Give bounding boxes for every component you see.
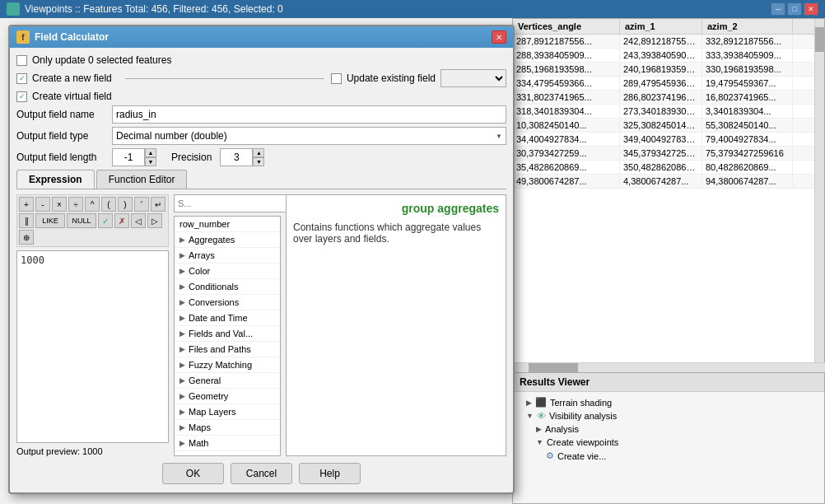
btn-open-paren[interactable]: ( [101, 197, 116, 212]
func-item-fuzzy[interactable]: ▶ Fuzzy Matching [175, 357, 280, 373]
tree-item-visibility[interactable]: ▼ 👁 Visibility analysis [520, 409, 818, 422]
btn-close-paren[interactable]: ) [118, 197, 133, 212]
cell-a2: 55,3082450140... [702, 119, 793, 132]
func-item-maps[interactable]: ▶ Maps [175, 420, 280, 436]
divider [125, 78, 324, 79]
func-item-maplayers[interactable]: ▶ Map Layers [175, 404, 280, 420]
spin-down-btn[interactable]: ▼ [145, 157, 156, 166]
btn-plus[interactable]: + [19, 197, 34, 212]
precision-spin-down[interactable]: ▼ [253, 157, 264, 166]
search-input[interactable] [174, 194, 296, 212]
btn-like[interactable]: LIKE [35, 213, 65, 228]
tree-item-analysis[interactable]: ▶ Analysis [520, 422, 818, 436]
btn-divide[interactable]: ÷ [68, 197, 83, 212]
dialog-buttons: OK Cancel Help [16, 463, 506, 484]
output-field-name-input[interactable] [112, 105, 506, 124]
cell-va: 287,8912187556... [513, 35, 620, 48]
func-item-row-number[interactable]: row_number [175, 217, 280, 232]
content-area: + - × ÷ ^ ( ) ' ↵ ‖ LIKE NULL ✓ ✗ ◁ ▷ ⊕ [16, 194, 506, 456]
table-row: 331,8023741965... 286,8023741965... 16,8… [513, 91, 824, 105]
btn-true[interactable]: ✓ [98, 213, 113, 228]
tab-bar: Expression Function Editor [16, 170, 506, 189]
func-item-general[interactable]: ▶ General [175, 373, 280, 389]
attr-scrollbar[interactable] [814, 19, 824, 380]
cancel-button[interactable]: Cancel [231, 463, 292, 484]
spin-up-btn[interactable]: ▲ [145, 148, 156, 157]
cell-a1: 286,8023741965... [620, 91, 702, 104]
precision-spin-up[interactable]: ▲ [253, 148, 264, 157]
expand-arrow-icon: ▶ [179, 282, 185, 291]
precision-input[interactable] [220, 148, 253, 166]
field-length-input[interactable] [112, 148, 145, 166]
function-panel: Show Help row_number ▶ Aggregates ▶ Arra… [174, 194, 281, 456]
btn-false[interactable]: ✗ [114, 213, 129, 228]
results-panel: Results Viewer ▶ ⬛ Terrain shading ▼ 👁 V… [512, 372, 825, 504]
output-field-type-select[interactable]: Decimal number (double) ▼ [112, 127, 506, 145]
only-update-checkbox[interactable] [16, 55, 27, 66]
func-item-aggregates[interactable]: ▶ Aggregates [175, 232, 280, 248]
btn-concat[interactable]: ‖ [19, 213, 34, 228]
update-existing-checkbox[interactable] [331, 73, 342, 84]
func-label: Geometry [189, 391, 228, 401]
btn-newline[interactable]: ↵ [151, 197, 165, 212]
tree-label-visibility: Visibility analysis [549, 411, 617, 421]
description-area: group aggregates Contains functions whic… [286, 194, 506, 456]
btn-extra[interactable]: ⊕ [19, 230, 34, 245]
tab-function-editor[interactable]: Function Editor [96, 170, 188, 189]
precision-spinner[interactable]: ▲ ▼ [220, 148, 264, 166]
func-item-datetime[interactable]: ▶ Date and Time [175, 310, 280, 326]
maximize-btn[interactable]: □ [787, 2, 802, 16]
btn-power[interactable]: ^ [85, 197, 100, 212]
dialog-close-btn[interactable]: ✕ [492, 30, 506, 44]
cell-a2: 333,3938405909... [702, 49, 793, 62]
chevron-down-icon: ▼ [496, 133, 502, 140]
expand-arrow-icon: ▶ [179, 345, 185, 353]
function-list[interactable]: row_number ▶ Aggregates ▶ Arrays ▶ Color [174, 216, 281, 456]
dialog-titlebar: f Field Calculator ✕ [10, 26, 513, 48]
horizontal-scrollbar[interactable] [512, 362, 825, 372]
btn-forward[interactable]: ▷ [147, 213, 162, 228]
cell-a2: 94,3800674287... [702, 175, 793, 188]
output-field-name-row: Output field name [16, 105, 506, 124]
close-btn[interactable]: ✕ [804, 2, 818, 16]
func-item-geometry[interactable]: ▶ Geometry [175, 389, 280, 404]
btn-null[interactable]: NULL [67, 213, 96, 228]
func-item-fields[interactable]: ▶ Fields and Val... [175, 326, 280, 342]
field-length-spinner[interactable]: ▲ ▼ [112, 148, 156, 166]
func-item-color[interactable]: ▶ Color [175, 264, 280, 279]
cell-a2: 330,1968193598... [702, 63, 793, 76]
minimize-btn[interactable]: ─ [771, 2, 785, 16]
func-item-math[interactable]: ▶ Math [175, 436, 280, 451]
tree-item-create-view[interactable]: ⚙ Create vie... [520, 449, 818, 463]
cell-a2: 332,8912187556... [702, 35, 793, 48]
tab-expression[interactable]: Expression [16, 170, 95, 189]
cell-a1: 350,4828620869... [620, 161, 702, 174]
expand-arrow-icon: ▶ [179, 361, 185, 369]
btn-back[interactable]: ◁ [131, 213, 146, 228]
func-item-files[interactable]: ▶ Files and Paths [175, 342, 280, 357]
func-item-arrays[interactable]: ▶ Arrays [175, 248, 280, 264]
help-button[interactable]: Help [299, 463, 361, 484]
create-virtual-checkbox[interactable] [16, 91, 27, 102]
btn-multiply[interactable]: × [52, 197, 67, 212]
update-existing-select[interactable] [440, 69, 506, 87]
expression-editor[interactable]: 1000 [16, 250, 169, 443]
spin-buttons: ▲ ▼ [145, 148, 156, 166]
btn-quote[interactable]: ' [134, 197, 149, 212]
description-text: Contains functions which aggregate value… [293, 222, 481, 245]
window-controls: ─ □ ✕ [771, 2, 818, 16]
ok-button[interactable]: OK [162, 463, 224, 484]
func-item-conditionals[interactable]: ▶ Conditionals [175, 279, 280, 295]
create-new-field-checkbox[interactable] [16, 73, 27, 84]
output-preview-value: 1000 [82, 446, 102, 456]
tree-item-terrain[interactable]: ▶ ⬛ Terrain shading [520, 395, 818, 409]
output-field-type-row: Output field type Decimal number (double… [16, 127, 506, 145]
func-item-conversions[interactable]: ▶ Conversions [175, 295, 280, 310]
btn-minus[interactable]: - [35, 197, 50, 212]
field-calculator-dialog: f Field Calculator ✕ Only update 0 selec… [8, 25, 515, 494]
tree-item-create-viewpoints[interactable]: ▼ Create viewpoints [520, 436, 818, 449]
cell-a1: 345,3793427259... [620, 147, 702, 160]
expression-editor-panel: + - × ÷ ^ ( ) ' ↵ ‖ LIKE NULL ✓ ✗ ◁ ▷ ⊕ [16, 194, 169, 456]
func-item-operators[interactable]: ▶ Operators [175, 451, 280, 456]
func-label: row_number [179, 219, 230, 229]
